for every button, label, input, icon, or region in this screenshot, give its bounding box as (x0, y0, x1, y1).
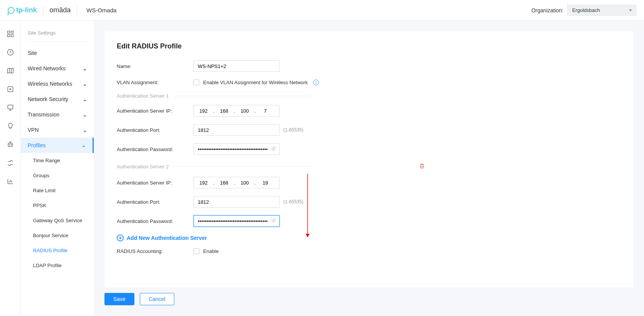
sub-item-rate-limit[interactable]: Rate Limit (21, 183, 94, 198)
sidebar-item-transmission[interactable]: Transmission (21, 107, 94, 122)
chevron-down-icon (83, 82, 87, 86)
sidebar-item-profiles[interactable]: Profiles (21, 138, 94, 153)
sub-item-ldap-profile[interactable]: LDAP Profile (21, 258, 94, 273)
main-content: Edit RADIUS Profile Name: VLAN Assignmen… (94, 21, 644, 316)
ip-seg-2[interactable] (215, 106, 234, 116)
accounting-label: RADIUS Accounting: (117, 248, 194, 254)
organization-select[interactable]: Ergoldsbach (567, 5, 636, 16)
sub-item-time-range[interactable]: Time Range (21, 153, 94, 168)
chevron-down-icon (83, 113, 87, 116)
sidebar-section-title: Site Settings (26, 28, 88, 42)
svg-rect-7 (8, 105, 13, 109)
add-server-link[interactable]: + Add New Authentication Server (117, 235, 621, 241)
server1-password-input[interactable] (194, 143, 280, 155)
server2-password-input[interactable] (194, 215, 280, 227)
server2-port-input[interactable] (194, 196, 280, 208)
chevron-down-icon (83, 128, 87, 132)
top-header: tp-link omāda WS-Omada Organization: Erg… (0, 0, 644, 21)
sub-item-groups[interactable]: Groups (21, 168, 94, 183)
client-icon[interactable] (7, 104, 14, 111)
form-panel: Edit RADIUS Profile Name: VLAN Assignmen… (104, 32, 633, 288)
sidebar: Site Settings Site Wired Networks Wirele… (21, 21, 94, 316)
row-server2-ip: Authentication Server IP: . . . (117, 177, 621, 188)
sidebar-item-site[interactable]: Site (21, 45, 94, 61)
add-server-label: Add New Authentication Server (127, 235, 207, 241)
port-hint-2: (1-65535) (283, 199, 303, 205)
report-icon[interactable] (7, 178, 14, 185)
accounting-checkbox-label: Enable (203, 248, 219, 254)
auth-ip-label: Authentication Server IP: (117, 108, 194, 114)
svg-point-10 (11, 145, 12, 145)
settings-icon[interactable] (7, 159, 14, 167)
device-icon[interactable] (7, 85, 14, 93)
vlan-label: VLAN Assignment: (117, 80, 194, 85)
chevron-up-icon (82, 143, 86, 147)
svg-point-9 (9, 145, 10, 145)
svg-rect-2 (7, 35, 10, 37)
profiles-submenu: Time Range Groups Rate Limit PPSK Gatewa… (21, 153, 94, 273)
omada-logo-text: omāda (50, 6, 71, 14)
sub-item-radius-profile[interactable]: RADIUS Profile (21, 243, 94, 258)
info-icon[interactable]: i (313, 80, 319, 85)
chevron-down-icon (83, 97, 87, 101)
clock-icon[interactable] (7, 48, 14, 56)
vlan-checkbox[interactable] (194, 80, 199, 85)
sidebar-item-vpn[interactable]: VPN (21, 122, 94, 138)
eye-off-icon[interactable] (270, 146, 276, 153)
sub-item-gateway-qos[interactable]: Gateway QoS Service (21, 213, 94, 228)
server1-port-input[interactable] (194, 124, 280, 136)
brand-divider-2 (77, 6, 77, 15)
divider-line (173, 166, 311, 167)
ip-seg-1[interactable] (194, 106, 213, 116)
map-icon[interactable] (7, 67, 14, 75)
delete-icon[interactable] (419, 163, 425, 171)
sidebar-item-wireless[interactable]: Wireless Networks (21, 76, 94, 91)
ip-seg-3[interactable] (235, 178, 254, 188)
cancel-button[interactable]: Cancel (140, 293, 174, 305)
server1-ip-input[interactable]: . . . (194, 105, 280, 116)
accounting-checkbox[interactable] (194, 248, 199, 254)
sidebar-item-label: VPN (28, 127, 39, 133)
svg-rect-8 (8, 143, 13, 146)
server2-heading: Authentication Server 2 (117, 163, 621, 171)
ip-seg-1[interactable] (194, 178, 213, 188)
name-input[interactable] (194, 60, 280, 72)
server1-heading: Authentication Server 1 (117, 93, 621, 99)
dashboard-icon[interactable] (7, 30, 14, 38)
sub-item-ppsk[interactable]: PPSK (21, 198, 94, 213)
sidebar-item-label: Wired Networks (28, 65, 66, 72)
chevron-down-icon (83, 67, 87, 70)
sidebar-item-label: Transmission (28, 111, 60, 118)
auth-pass-label-2: Authentication Password: (117, 218, 194, 224)
server1-heading-label: Authentication Server 1 (117, 93, 169, 99)
sub-item-bonjour[interactable]: Bonjour Service (21, 228, 94, 243)
ip-seg-4[interactable] (256, 178, 275, 188)
insight-icon[interactable] (7, 122, 14, 130)
svg-rect-5 (8, 86, 13, 91)
sidebar-item-label: Site (28, 50, 37, 56)
ip-seg-2[interactable] (215, 178, 234, 188)
header-left: tp-link omāda WS-Omada (8, 6, 116, 15)
svg-rect-3 (11, 35, 13, 37)
brand-divider (43, 6, 43, 15)
server2-heading-label: Authentication Server 2 (117, 164, 169, 170)
ip-seg-3[interactable] (235, 106, 254, 116)
auth-port-label-2: Authentication Port: (117, 199, 194, 205)
auth-ip-label-2: Authentication Server IP: (117, 180, 194, 186)
row-server1-port: Authentication Port: (1-65535) (117, 124, 621, 136)
save-button[interactable]: Save (104, 293, 134, 305)
ai-icon[interactable] (7, 141, 14, 148)
row-vlan: VLAN Assignment: Enable VLAN Assignment … (117, 80, 621, 85)
panel-title: Edit RADIUS Profile (117, 42, 621, 50)
svg-point-6 (10, 88, 11, 90)
ip-seg-4[interactable] (256, 106, 275, 116)
vlan-checkbox-label: Enable VLAN Assignment for Wireless Netw… (203, 80, 308, 85)
sidebar-item-wired[interactable]: Wired Networks (21, 61, 94, 76)
row-server1-password: Authentication Password: (117, 143, 621, 155)
server2-ip-input[interactable]: . . . (194, 177, 280, 188)
sidebar-item-security[interactable]: Network Security (21, 91, 94, 107)
svg-rect-1 (11, 31, 13, 33)
row-server2-port: Authentication Port: (1-65535) (117, 196, 621, 208)
eye-off-icon[interactable] (270, 218, 276, 225)
organization-label: Organization: (531, 7, 563, 13)
